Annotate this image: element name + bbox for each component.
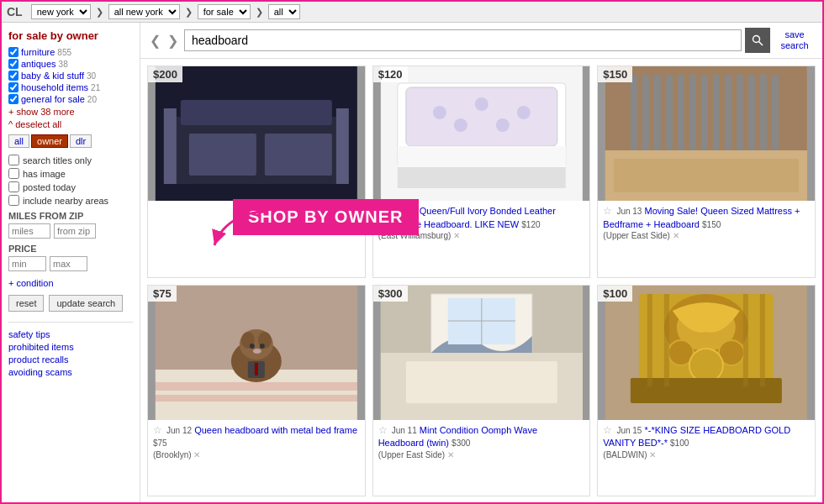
product-recalls-link[interactable]: product recalls	[8, 354, 133, 365]
filter-nearby[interactable]: include nearby areas	[8, 195, 133, 206]
section-select[interactable]: for sale	[198, 4, 251, 19]
posted-today-checkbox[interactable]	[8, 181, 19, 192]
svg-rect-33	[772, 75, 779, 150]
svg-rect-67	[743, 294, 748, 386]
close-icon-4[interactable]: ✕	[193, 450, 200, 459]
star-icon-5[interactable]: ☆	[378, 424, 388, 436]
save-search-link[interactable]: savesearch	[774, 29, 816, 51]
svg-rect-23	[654, 75, 661, 150]
tab-dlr[interactable]: dlr	[70, 134, 92, 148]
avoiding-scams-link[interactable]: avoiding scams	[8, 367, 133, 377]
listing-date-6: Jun 15	[616, 426, 642, 435]
listing-price-loc-3: $150	[702, 220, 721, 229]
category-furniture-count: 855	[57, 48, 71, 57]
safety-tips-link[interactable]: safety tips	[8, 329, 133, 339]
svg-point-15	[453, 118, 467, 132]
category-household-checkbox[interactable]	[8, 82, 18, 92]
svg-rect-24	[666, 75, 673, 150]
reset-button[interactable]: reset	[8, 295, 44, 312]
layout: for sale by owner furniture 855 antiques…	[2, 23, 822, 503]
category-antiques-count: 38	[59, 60, 68, 69]
listing-info-4: ☆ Jun 12 Queen headboard with metal bed …	[148, 420, 365, 463]
category-general[interactable]: general for sale 20	[8, 94, 133, 104]
svg-rect-38	[156, 382, 357, 391]
category-furniture-checkbox[interactable]	[8, 47, 18, 57]
listing-title-3[interactable]: ☆ Jun 13 Moving Sale! Queen Sized Mattre…	[603, 204, 810, 231]
listing-price-6: $100	[598, 286, 632, 302]
listing-card-5: $300	[372, 285, 591, 497]
condition-toggle[interactable]: + condition	[8, 278, 133, 288]
category-furniture[interactable]: furniture 855	[8, 47, 133, 57]
posted-today-label: posted today	[23, 182, 76, 192]
star-icon-6[interactable]: ☆	[603, 424, 612, 436]
star-icon-4[interactable]: ☆	[153, 424, 162, 436]
search-titles-checkbox[interactable]	[8, 155, 19, 165]
update-search-button[interactable]: update search	[49, 295, 123, 312]
price-max-input[interactable]	[50, 256, 87, 271]
nav-arrows: ❮ ❯	[147, 33, 181, 49]
listing-title-2[interactable]: ☆ Jun 13 Queen/Full Ivory Bonded Leather…	[378, 204, 585, 231]
forward-arrow[interactable]: ❯	[165, 33, 181, 49]
listing-card-6: $100	[597, 285, 816, 497]
category-antiques[interactable]: antiques 38	[8, 59, 133, 69]
region-select[interactable]: all new york	[108, 4, 180, 19]
price-min-input[interactable]	[8, 256, 46, 271]
listing-location-4: (Brooklyn) ✕	[153, 450, 360, 459]
category-household-label[interactable]: household items	[21, 82, 88, 92]
category-select[interactable]: all	[268, 4, 300, 19]
listing-title-link-4[interactable]: Queen headboard with metal bed frame	[194, 425, 357, 435]
star-icon-2[interactable]: ☆	[378, 205, 388, 217]
city-select[interactable]: new york	[31, 4, 91, 19]
close-icon-5[interactable]: ✕	[447, 450, 454, 459]
prohibited-items-link[interactable]: prohibited items	[8, 342, 133, 352]
svg-point-16	[495, 118, 509, 132]
svg-rect-65	[647, 294, 652, 386]
category-furniture-label[interactable]: furniture	[21, 47, 55, 57]
category-baby-count: 30	[87, 71, 96, 81]
listing-title-6[interactable]: ☆ Jun 15 *-*KING SIZE HEADBOARD GOLD VAN…	[603, 423, 810, 450]
back-arrow[interactable]: ❮	[147, 33, 163, 49]
filter-has-image[interactable]: has image	[8, 168, 133, 179]
miles-label: MILES FROM ZIP	[8, 211, 133, 221]
category-household[interactable]: household items 21	[8, 82, 133, 92]
star-icon-3[interactable]: ☆	[603, 205, 612, 217]
show-more-link[interactable]: + show 38 more	[8, 107, 133, 117]
search-input[interactable]	[184, 29, 742, 51]
category-baby-label[interactable]: baby & kid stuff	[21, 71, 84, 81]
miles-input[interactable]	[8, 223, 50, 239]
close-icon-2[interactable]: ✕	[453, 231, 460, 240]
has-image-checkbox[interactable]	[8, 168, 19, 179]
listing-card-3: $150	[597, 66, 816, 278]
zip-row	[8, 223, 133, 239]
nearby-checkbox[interactable]	[8, 195, 19, 206]
listing-info-1	[148, 201, 365, 207]
svg-rect-22	[642, 75, 649, 150]
arrow-icon-1: ❯	[96, 7, 103, 18]
search-button[interactable]	[745, 28, 770, 53]
listing-price-loc-5: $300	[452, 438, 470, 448]
listing-date-2: Jun 13	[392, 207, 417, 216]
tab-owner[interactable]: owner	[31, 134, 68, 148]
category-baby-checkbox[interactable]	[8, 71, 18, 81]
deselect-all-link[interactable]: ^ deselect all	[8, 119, 133, 129]
category-antiques-label[interactable]: antiques	[21, 59, 56, 69]
svg-rect-6	[265, 134, 332, 176]
svg-point-45	[260, 344, 265, 349]
zip-input[interactable]	[54, 223, 96, 239]
listing-title-4[interactable]: ☆ Jun 12 Queen headboard with metal bed …	[153, 423, 360, 450]
category-general-label[interactable]: general for sale	[21, 94, 85, 104]
listing-image-2	[373, 66, 590, 201]
close-icon-3[interactable]: ✕	[673, 231, 679, 240]
filter-posted-today[interactable]: posted today	[8, 181, 133, 192]
svg-rect-48	[255, 363, 258, 375]
filter-search-titles[interactable]: search titles only	[8, 155, 133, 165]
category-antiques-checkbox[interactable]	[8, 59, 18, 69]
svg-point-14	[516, 106, 530, 119]
listing-title-5[interactable]: ☆ Jun 11 Mint Condition Oomph Wave Headb…	[378, 423, 585, 450]
listing-image-3	[598, 66, 815, 201]
tab-all[interactable]: all	[8, 134, 29, 148]
category-general-checkbox[interactable]	[8, 94, 18, 104]
close-icon-6[interactable]: ✕	[649, 450, 656, 459]
listing-price-loc-4: $75	[153, 438, 167, 448]
category-baby[interactable]: baby & kid stuff 30	[8, 71, 133, 81]
